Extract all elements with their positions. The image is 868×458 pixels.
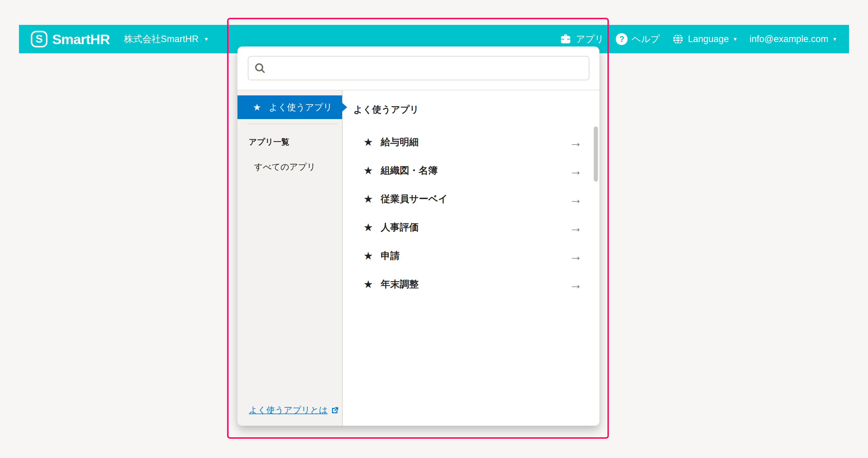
app-link-survey[interactable]: ★ 従業員サーベイ →: [353, 185, 599, 213]
chevron-down-icon: ▼: [733, 37, 738, 42]
language-menu[interactable]: Language ▼: [672, 33, 738, 45]
star-icon: ★: [364, 222, 373, 233]
app-label: 従業員サーベイ: [381, 193, 447, 206]
help-icon-mark: ?: [619, 35, 624, 44]
sidebar-item-all-apps[interactable]: すべてのアプリ: [254, 161, 342, 173]
company-menu[interactable]: 株式会社SmartHR ▼: [124, 33, 209, 45]
app-launcher-panel: ★ よく使うアプリ アプリ一覧 すべてのアプリ よく使うアプリとは よく使うアプ…: [238, 46, 599, 426]
app-link-org-chart[interactable]: ★ 組織図・名簿 →: [353, 156, 599, 185]
favorites-pane: よく使うアプリ ★ 給与明細 → ★ 組織図・名簿 → ★ 従業員サーベイ →: [343, 90, 599, 426]
app-label: 給与明細: [381, 136, 418, 149]
sidebar-favorites-label: よく使うアプリ: [269, 101, 332, 113]
account-email: info@example.com: [749, 34, 828, 44]
launcher-search-section: [238, 46, 599, 90]
help-icon: ?: [616, 33, 627, 45]
app-label: 申請: [381, 250, 400, 262]
about-favorites-link[interactable]: よく使うアプリとは: [249, 404, 339, 416]
app-link-requests[interactable]: ★ 申請 →: [353, 242, 599, 270]
arrow-right-icon: →: [569, 193, 582, 206]
sidebar-section-title: アプリ一覧: [249, 137, 342, 147]
search-input[interactable]: [248, 56, 589, 80]
star-icon: ★: [364, 279, 373, 290]
selected-pointer-icon: [342, 103, 347, 112]
star-icon: ★: [364, 251, 373, 261]
smarthr-logo-text: SmartHR: [52, 31, 110, 47]
help-label: ヘルプ: [631, 33, 660, 45]
app-label: 人事評価: [381, 221, 418, 234]
arrow-right-icon: →: [569, 136, 582, 149]
briefcase-icon: [559, 33, 572, 45]
app-link-evaluation[interactable]: ★ 人事評価 →: [353, 213, 599, 242]
sidebar-divider: [248, 124, 338, 124]
app-link-payroll[interactable]: ★ 給与明細 →: [353, 128, 599, 156]
launcher-body: ★ よく使うアプリ アプリ一覧 すべてのアプリ よく使うアプリとは よく使うアプ…: [238, 90, 599, 426]
sidebar-item-favorites[interactable]: ★ よく使うアプリ: [238, 95, 342, 119]
arrow-right-icon: →: [569, 221, 582, 234]
star-icon: ★: [364, 137, 373, 148]
arrow-right-icon: →: [569, 164, 582, 177]
favorites-title: よく使うアプリ: [353, 103, 599, 116]
star-icon: ★: [364, 194, 373, 204]
chevron-down-icon: ▼: [204, 37, 209, 42]
favorites-list: ★ 給与明細 → ★ 組織図・名簿 → ★ 従業員サーベイ → ★ 人事評価: [353, 128, 599, 299]
account-menu[interactable]: info@example.com ▼: [749, 34, 837, 44]
app-label: 年末調整: [381, 278, 418, 291]
about-favorites-link-label: よく使うアプリとは: [249, 404, 328, 416]
app-link-year-end[interactable]: ★ 年末調整 →: [353, 270, 599, 299]
scrollbar-thumb[interactable]: [594, 127, 598, 182]
language-label: Language: [688, 34, 729, 44]
app-label: 組織図・名簿: [381, 164, 438, 177]
star-icon: ★: [253, 103, 261, 112]
smarthr-logo[interactable]: S SmartHR: [31, 31, 110, 47]
external-link-icon: [331, 406, 339, 415]
help-button[interactable]: ? ヘルプ: [616, 33, 660, 45]
arrow-right-icon: →: [569, 278, 582, 291]
launcher-sidebar: ★ よく使うアプリ アプリ一覧 すべてのアプリ よく使うアプリとは: [238, 90, 343, 426]
smarthr-logo-icon: S: [31, 31, 48, 47]
arrow-right-icon: →: [569, 250, 582, 262]
logo-mark-letter: S: [36, 34, 43, 44]
apps-button[interactable]: アプリ: [559, 33, 604, 45]
header-nav: アプリ ? ヘルプ Language ▼ info@example.com ▼: [559, 33, 837, 45]
chevron-down-icon: ▼: [832, 37, 837, 42]
star-icon: ★: [364, 165, 373, 176]
company-name: 株式会社SmartHR: [124, 33, 198, 45]
globe-icon: [672, 33, 684, 45]
apps-label: アプリ: [576, 33, 604, 45]
sidebar-footer: よく使うアプリとは: [238, 404, 342, 426]
